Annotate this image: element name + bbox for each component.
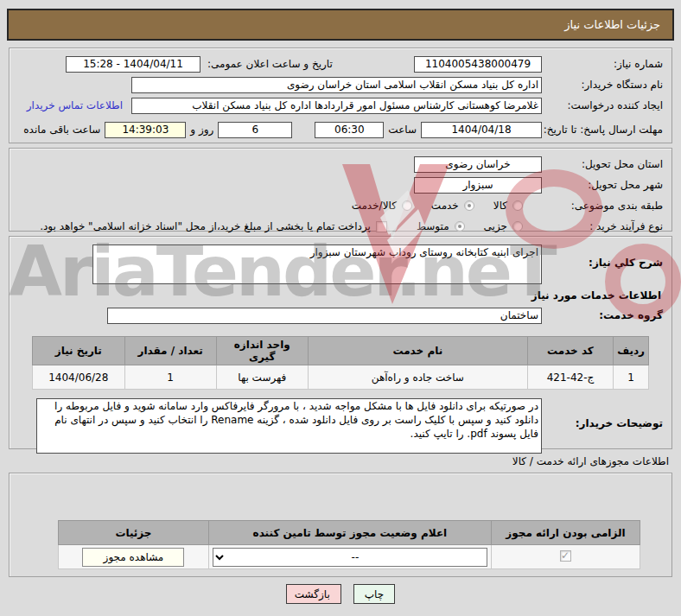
licenses-table-header-row: الزامی بودن ارائه مجوز اعلام وضعیت مجوز … <box>59 521 640 545</box>
buyer-org-input[interactable] <box>131 77 542 93</box>
services-section-header: اطلاعات خدمات مورد نیاز <box>20 289 661 302</box>
cell-service-code: ج-42-421 <box>527 365 613 390</box>
col-service-code: کد خدمت <box>527 337 613 365</box>
page-title: جزئیات اطلاعات نیاز <box>564 18 660 31</box>
radio-minor[interactable]: جزیی <box>484 220 523 232</box>
radio-goods-service[interactable]: کالا/خدمت <box>352 200 412 212</box>
cell-row-number: 1 <box>614 365 649 390</box>
licenses-section-header: اطلاعات مجوزهای ارائه خدمت / کالا <box>512 455 669 467</box>
buyer-notes-textarea[interactable]: در صورتیکه برای دانلود فایل ها با مشکل م… <box>36 398 542 454</box>
creator-input[interactable] <box>131 98 542 114</box>
classification-row: طبقه بندی موضوعی: کالا خدمت کالا/خدمت <box>18 195 663 216</box>
need-number-label: شماره نیاز: <box>542 58 663 71</box>
classification-label: طبقه بندی موضوعی: <box>542 200 663 213</box>
city-row: شهر محل تحویل: <box>18 175 663 195</box>
buyer-org-row: نام دستگاه خریدار: <box>18 74 663 95</box>
radio-goods[interactable]: کالا <box>493 200 523 212</box>
deadline-hour-label: ساعت <box>388 124 417 136</box>
col-quantity: تعداد / مقدار <box>124 337 216 365</box>
services-table-header-row: ردیف کد خدمت نام خدمت واحد اندازه گیری ت… <box>33 337 649 365</box>
page-title-bar: جزئیات اطلاعات نیاز <box>7 9 674 41</box>
license-required-checkbox[interactable] <box>560 550 571 562</box>
print-button[interactable]: چاپ <box>353 584 395 604</box>
delivery-groupbox: استان محل تحویل: شهر محل تحویل: طبقه بند… <box>9 148 672 232</box>
back-button[interactable]: بازگشت <box>286 584 341 604</box>
need-details-page: { "title_bar": { "label": "جزئیات اطلاعا… <box>0 0 681 616</box>
service-table-row: 1 ج-42-421 ساخت جاده و راه‌آهن فهرست بها… <box>33 365 649 390</box>
process-type-row: نوع فرآیند خرید : جزیی متوسط پرداخت تمام… <box>18 216 663 237</box>
radio-minor-label: جزیی <box>484 220 507 232</box>
cell-license-required <box>491 545 640 569</box>
treasury-checkbox[interactable] <box>376 221 387 232</box>
radio-service-label: خدمت <box>431 200 459 212</box>
col-need-date: تاریخ نیاز <box>33 337 125 365</box>
province-label: استان محل تحویل: <box>542 158 663 171</box>
province-input[interactable] <box>414 156 542 173</box>
services-groupbox: شرح کلي نیاز: اجرای ابنیه کتابخانه روستا… <box>9 236 672 449</box>
radio-minor-icon[interactable] <box>512 221 523 232</box>
cell-need-date: 1404/06/28 <box>33 365 125 390</box>
service-group-label: گروه خدمت: <box>542 309 663 322</box>
radio-goods-label: کالا <box>493 200 507 212</box>
need-info-groupbox: شماره نیاز: تاریخ و ساعت اعلان عمومی: نا… <box>9 48 672 143</box>
col-license-details: جزئیات <box>59 521 209 545</box>
deadline-label: مهلت ارسال پاسخ: تا تاریخ: <box>542 124 663 137</box>
city-label: شهر محل تحویل: <box>542 179 663 192</box>
process-type-label: نوع فرآیند خرید : <box>542 220 663 233</box>
radio-goods-service-label: کالا/خدمت <box>352 200 397 212</box>
province-row: استان محل تحویل: <box>18 154 663 175</box>
deadline-hour-input[interactable] <box>315 122 384 138</box>
services-table: ردیف کد خدمت نام خدمت واحد اندازه گیری ت… <box>32 336 649 390</box>
remaining-days-input[interactable] <box>218 122 292 138</box>
deadline-row: مهلت ارسال پاسخ: تا تاریخ: ساعت روز و سا… <box>18 116 663 143</box>
buyer-notes-row: توضیحات خریدار: در صورتیکه برای دانلود ف… <box>18 398 663 454</box>
announce-datetime-label: تاریخ و ساعت اعلان عمومی: <box>207 58 333 71</box>
cell-quantity: 1 <box>124 365 216 390</box>
col-license-required: الزامی بودن ارائه مجوز <box>491 521 640 545</box>
announce-datetime-input[interactable] <box>66 56 200 73</box>
service-group-row: گروه خدمت: <box>18 305 663 326</box>
cell-unit: فهرست بها <box>216 365 308 390</box>
buyer-contact-link[interactable]: اطلاعات تماس خریدار <box>27 99 123 111</box>
need-description-row: شرح کلي نیاز: اجرای ابنیه کتابخانه روستا… <box>18 244 663 284</box>
license-status-select[interactable]: -- <box>213 548 487 567</box>
cell-service-name: ساخت جاده و راه‌آهن <box>308 365 527 390</box>
buyer-org-label: نام دستگاه خریدار: <box>542 79 663 92</box>
buyer-notes-label: توضیحات خریدار: <box>542 398 663 430</box>
treasury-checkbox-option[interactable]: پرداخت تمام یا بخشی از مبلغ خرید،از محل … <box>40 220 387 232</box>
footer-actions: چاپ بازگشت <box>0 584 681 604</box>
radio-medium[interactable]: متوسط <box>417 220 465 232</box>
need-number-input[interactable] <box>414 56 542 73</box>
treasury-checkbox-label: پرداخت تمام یا بخشی از مبلغ خرید،از محل … <box>40 220 371 232</box>
license-table-row: -- مشاهده مجوز <box>59 545 640 569</box>
need-description-label: شرح کلي نیاز: <box>542 244 663 270</box>
cell-license-status: -- <box>208 545 491 569</box>
remaining-time-label: ساعت باقی مانده <box>23 124 100 136</box>
city-input[interactable] <box>414 177 542 194</box>
creator-label: ایجاد کننده درخواست: <box>542 99 663 112</box>
col-service-name: نام خدمت <box>308 337 527 365</box>
radio-goods-icon[interactable] <box>512 200 523 211</box>
need-number-row: شماره نیاز: تاریخ و ساعت اعلان عمومی: <box>18 54 663 74</box>
radio-goods-service-icon[interactable] <box>402 200 412 211</box>
cell-license-details: مشاهده مجوز <box>59 545 209 569</box>
view-license-button[interactable]: مشاهده مجوز <box>82 548 184 567</box>
need-description-textarea[interactable]: اجرای ابنیه کتابخانه روستای روداب شهرستا… <box>92 244 542 284</box>
radio-medium-label: متوسط <box>417 220 449 232</box>
radio-service-icon[interactable] <box>464 200 474 211</box>
remaining-days-label: روز و <box>190 124 213 136</box>
col-unit: واحد اندازه گیری <box>216 337 308 365</box>
radio-service[interactable]: خدمت <box>431 200 474 212</box>
remaining-time-input[interactable] <box>105 122 186 138</box>
col-row-number: ردیف <box>614 337 649 365</box>
deadline-date-input[interactable] <box>421 122 542 138</box>
licenses-table: الزامی بودن ارائه مجوز اعلام وضعیت مجوز … <box>58 520 640 569</box>
service-group-input[interactable] <box>107 308 542 324</box>
creator-row: ایجاد کننده درخواست: اطلاعات تماس خریدار <box>18 95 663 116</box>
licenses-groupbox: الزامی بودن ارائه مجوز اعلام وضعیت مجوز … <box>9 473 672 577</box>
radio-medium-icon[interactable] <box>455 221 465 232</box>
col-license-status: اعلام وضعیت مجوز توسط تامین کننده <box>208 521 491 545</box>
